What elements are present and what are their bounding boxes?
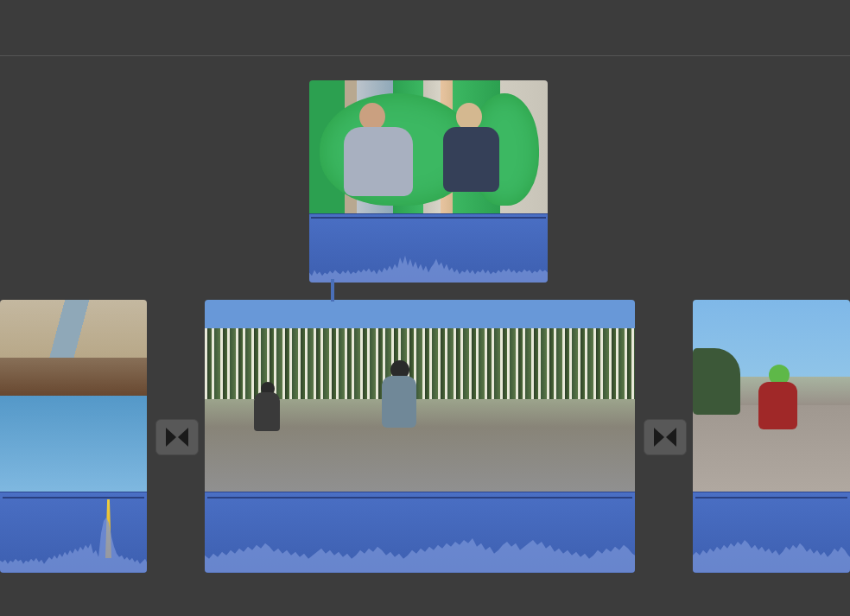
clip-thumbnail [693,300,850,492]
audio-waveform [0,512,147,573]
overlay-thumbnail [309,80,548,213]
timeline-clip-3[interactable] [693,300,850,573]
thumbnail-figure [344,103,400,213]
clip-thumbnail [0,300,147,492]
clip-connection-indicator [331,279,334,302]
clip-audio-track[interactable] [0,492,147,573]
clip-thumbnail [205,300,635,492]
overlay-clip-green-screen[interactable] [309,80,548,283]
clip-audio-track[interactable] [693,492,850,573]
timeline-clip-1[interactable] [0,300,147,573]
transition-icon [652,426,678,448]
timeline-area[interactable] [0,56,850,616]
audio-waveform [693,512,850,573]
primary-storyline [0,300,850,575]
overlay-audio-track[interactable] [309,213,548,283]
toolbar-area [0,0,850,56]
timeline-clip-2[interactable] [205,300,635,573]
audio-waveform [309,232,548,283]
audio-waveform [205,512,635,573]
clip-audio-track[interactable] [205,492,635,573]
transition-cross-dissolve-2[interactable] [644,419,687,455]
thumbnail-figure [377,360,421,455]
thumbnail-figure [753,365,801,460]
thumbnail-figure [443,103,495,213]
thumbnail-figure [252,382,282,451]
transition-icon [164,426,190,448]
transition-cross-dissolve-1[interactable] [155,419,199,455]
